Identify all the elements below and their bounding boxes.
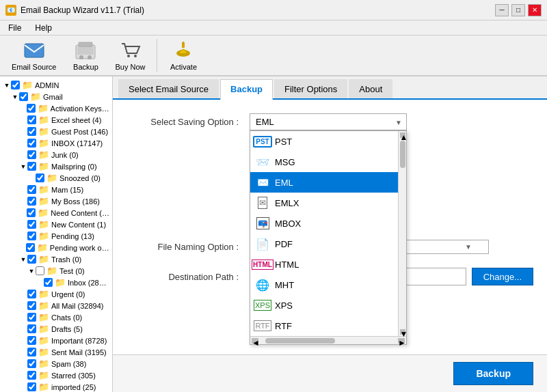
tree-item-my-boss[interactable]: 📁My Boss (186) xyxy=(0,195,112,207)
tree-checkbox-drafts[interactable] xyxy=(27,324,36,333)
tree-item-spam[interactable]: 📁Spam (38) xyxy=(0,358,112,369)
tree-item-starred[interactable]: 📁Starred (305) xyxy=(0,369,112,381)
folder-icon-inbox2: 📁 xyxy=(55,277,66,288)
left-panel[interactable]: ▼📁ADMIN▼📁Gmail📁Activation Keys (36)📁Exce… xyxy=(0,76,113,392)
tree-item-gmail[interactable]: ▼📁Gmail xyxy=(0,91,112,102)
backup-button[interactable]: Backup xyxy=(453,362,533,385)
folder-icon-drafts: 📁 xyxy=(38,324,49,334)
activate-button[interactable]: Activate xyxy=(163,38,204,73)
tree-checkbox-trash[interactable] xyxy=(27,255,36,264)
tree-toggle-gmail[interactable]: ▼ xyxy=(11,93,19,101)
dropdown-option-html[interactable]: HTML HTML xyxy=(250,254,398,275)
tree-item-new-content[interactable]: 📁New Content (1) xyxy=(0,219,112,230)
tab-about[interactable]: About xyxy=(349,79,392,98)
tree-checkbox-guest-post[interactable] xyxy=(27,127,36,136)
folder-icon-chats: 📁 xyxy=(38,312,49,322)
tree-checkbox-snoozed[interactable] xyxy=(36,173,44,182)
dropdown-option-mht[interactable]: 🌐 MHT xyxy=(250,275,398,295)
tree-item-junk[interactable]: 📁Junk (0) xyxy=(0,149,112,160)
tree-item-mam[interactable]: 📁Mam (15) xyxy=(0,184,112,195)
tree-item-urgent[interactable]: 📁Urgent (0) xyxy=(0,288,112,300)
tree-checkbox-inbox[interactable] xyxy=(27,139,36,148)
tree-checkbox-excel-sheet[interactable] xyxy=(27,115,36,124)
tree-checkbox-chats[interactable] xyxy=(27,313,36,322)
maximize-button[interactable]: □ xyxy=(511,4,525,16)
dropdown-option-eml[interactable]: ✉️ EML xyxy=(250,172,398,193)
tree-checkbox-urgent[interactable] xyxy=(27,290,36,298)
dropdown-option-pdf[interactable]: 📄 PDF xyxy=(250,234,398,254)
folder-icon-mailspring: 📁 xyxy=(38,161,49,171)
change-button[interactable]: Change... xyxy=(472,268,533,285)
tree-checkbox-activation-keys[interactable] xyxy=(27,104,36,113)
tree-checkbox-pending-work[interactable] xyxy=(26,243,35,252)
tree-checkbox-imported[interactable] xyxy=(27,382,36,391)
tree-item-chats[interactable]: 📁Chats (0) xyxy=(0,311,112,323)
tree-toggle-trash[interactable]: ▼ xyxy=(19,255,27,264)
email-source-button[interactable]: Email Source xyxy=(5,38,62,73)
saving-option-control: EML PST PST 📨 MSG ✉️ EML ✉ EMLX 📪 MBOX 📄… xyxy=(250,113,533,130)
saving-option-row: Select Saving Option : EML PST PST 📨 MSG… xyxy=(126,113,533,130)
destination-label: Destination Path : xyxy=(126,272,250,282)
dropdown-option-pst[interactable]: PST PST xyxy=(250,131,398,152)
tree-checkbox-important[interactable] xyxy=(27,336,36,345)
buy-now-button[interactable]: Buy Now xyxy=(109,38,151,73)
tree-checkbox-starred[interactable] xyxy=(27,371,36,380)
tree-checkbox-new-content[interactable] xyxy=(27,220,36,229)
option-icon-msg: 📨 xyxy=(256,155,269,169)
tree-checkbox-need-content[interactable] xyxy=(27,208,36,217)
folder-icon-mam: 📁 xyxy=(38,184,49,195)
tree-checkbox-test[interactable] xyxy=(36,266,44,275)
backup-toolbar-button[interactable]: Backup xyxy=(65,38,106,73)
tree-item-pending-work[interactable]: 📁Pending work of sir (2 xyxy=(0,242,112,253)
tree-item-pending[interactable]: 📁Pending (13) xyxy=(0,230,112,242)
dropdown-option-rtf[interactable]: RTF RTF xyxy=(250,316,398,336)
dropdown-option-mbox[interactable]: 📪 MBOX xyxy=(250,213,398,234)
tree-toggle-mailspring[interactable]: ▼ xyxy=(19,163,27,171)
close-button[interactable]: ✕ xyxy=(528,4,542,16)
tree-checkbox-admin[interactable] xyxy=(11,81,20,89)
tree-checkbox-sent-mail[interactable] xyxy=(27,348,36,356)
tree-item-guest-post[interactable]: 📁Guest Post (146) xyxy=(0,126,112,137)
tree-checkbox-inbox2[interactable] xyxy=(44,278,53,287)
tree-item-inbox2[interactable]: 📁Inbox (2895) xyxy=(0,277,112,288)
tree-item-drafts[interactable]: 📁Drafts (5) xyxy=(0,323,112,335)
dropdown-option-msg[interactable]: 📨 MSG xyxy=(250,152,398,172)
minimize-button[interactable]: ─ xyxy=(495,4,509,16)
tree-item-mailspring[interactable]: ▼📁Mailspring (0) xyxy=(0,160,112,172)
tree-item-admin[interactable]: ▼📁ADMIN xyxy=(0,79,112,91)
menu-help[interactable]: Help xyxy=(32,22,55,34)
tree-item-activation-keys[interactable]: 📁Activation Keys (36) xyxy=(0,102,112,114)
tree-checkbox-gmail[interactable] xyxy=(19,92,28,101)
menu-file[interactable]: File xyxy=(5,22,24,34)
tab-filter-options[interactable]: Filter Options xyxy=(274,79,347,98)
tree-item-important[interactable]: 📁Important (8728) xyxy=(0,335,112,346)
main-container: ▼📁ADMIN▼📁Gmail📁Activation Keys (36)📁Exce… xyxy=(0,76,547,392)
tree-checkbox-spam[interactable] xyxy=(27,359,36,368)
tree-item-excel-sheet[interactable]: 📁Excel sheet (4) xyxy=(0,114,112,126)
tree-item-inbox[interactable]: 📁INBOX (17147) xyxy=(0,137,112,149)
saving-option-dropdown-list[interactable]: PST PST 📨 MSG ✉️ EML ✉ EMLX 📪 MBOX 📄 PDF… xyxy=(250,130,407,345)
tree-item-imported[interactable]: 📁imported (25) xyxy=(0,381,112,392)
folder-icon-urgent: 📁 xyxy=(38,289,49,299)
tree-item-snoozed[interactable]: 📁Snoozed (0) xyxy=(0,172,112,184)
tree-item-all-mail[interactable]: 📁All Mail (32894) xyxy=(0,300,112,311)
tree-checkbox-mailspring[interactable] xyxy=(27,162,36,171)
dropdown-option-xps[interactable]: XPS XPS xyxy=(250,295,398,316)
tree-checkbox-all-mail[interactable] xyxy=(27,301,36,310)
tab-select-email-source[interactable]: Select Email Source xyxy=(118,79,219,98)
tab-backup[interactable]: Backup xyxy=(220,79,273,100)
tree-toggle-admin[interactable]: ▼ xyxy=(3,81,11,89)
tree-checkbox-pending[interactable] xyxy=(27,232,36,240)
tree-toggle-test[interactable]: ▼ xyxy=(27,267,36,275)
tree-checkbox-junk[interactable] xyxy=(27,150,36,159)
email-source-label: Email Source xyxy=(12,63,56,71)
title-bar-buttons[interactable]: ─ □ ✕ xyxy=(495,4,542,16)
dropdown-option-emlx[interactable]: ✉ EMLX xyxy=(250,193,398,213)
tree-item-need-content[interactable]: 📁Need Content (11) xyxy=(0,207,112,219)
tree-checkbox-mam[interactable] xyxy=(27,185,36,194)
tree-checkbox-my-boss[interactable] xyxy=(27,197,36,206)
tree-item-sent-mail[interactable]: 📁Sent Mail (3195) xyxy=(0,346,112,358)
tree-item-trash[interactable]: ▼📁Trash (0) xyxy=(0,253,112,265)
saving-option-display[interactable]: EML xyxy=(250,113,407,130)
tree-item-test[interactable]: ▼📁Test (0) xyxy=(0,265,112,277)
